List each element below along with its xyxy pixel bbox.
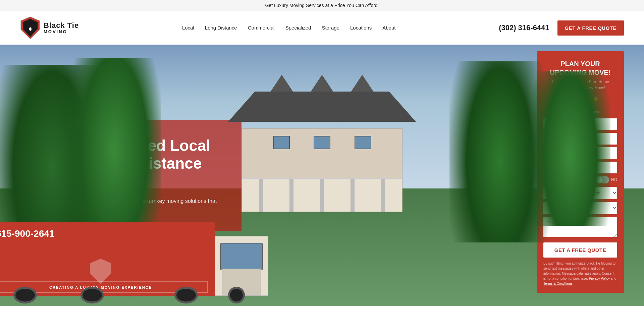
truck-phone: 615-900-2641 (0, 228, 54, 239)
navbar-nav: Local Long Distance Commercial Specializ… (182, 25, 395, 31)
house-container (208, 71, 436, 212)
nav-specialized[interactable]: Specialized (285, 25, 311, 31)
toggle-label: NO (611, 177, 617, 182)
hero-section: 615-900-2641 CREATING A LUXURY MOVING EX… (0, 45, 644, 306)
truck: 615-900-2641 CREATING A LUXURY MOVING EX… (0, 222, 268, 296)
navbar-phone: (302) 316-6441 (499, 23, 549, 32)
navbar-right: (302) 316-6441 Get A Free Quote (499, 20, 624, 36)
logo-icon: ♦ (20, 16, 40, 40)
top-banner: Get Luxury Moving Services at a Price Yo… (0, 0, 644, 11)
logo-brand-top: Black Tie (44, 21, 79, 30)
terms-conditions-link[interactable]: Terms & Conditions (543, 282, 573, 285)
nav-long-distance[interactable]: Long Distance (205, 25, 237, 31)
form-disclaimer: By submitting, you authorize Black Tie M… (543, 261, 617, 286)
logo-brand-bottom: MOVING (44, 30, 79, 34)
navbar: ♦ Black Tie MOVING Local Long Distance C… (0, 11, 644, 45)
svg-marker-3 (90, 259, 111, 284)
svg-text:♦: ♦ (28, 24, 32, 33)
disclaimer-and: and (611, 277, 616, 280)
nav-locations[interactable]: Locations (350, 25, 372, 31)
form-submit-button[interactable]: Get A Free Quote (543, 242, 617, 258)
navbar-quote-button[interactable]: Get A Free Quote (557, 20, 624, 36)
nav-local[interactable]: Local (182, 25, 194, 31)
tree-left-mid (67, 58, 161, 226)
nav-storage[interactable]: Storage (322, 25, 339, 31)
logo-link[interactable]: ♦ Black Tie MOVING (20, 16, 79, 40)
banner-text: Get Luxury Moving Services at a Price Yo… (265, 3, 379, 8)
nav-commercial[interactable]: Commercial (248, 25, 275, 31)
nav-about[interactable]: About (382, 25, 395, 31)
privacy-policy-link[interactable]: Privacy Policy (589, 277, 610, 280)
tree-right-mid (530, 71, 610, 226)
